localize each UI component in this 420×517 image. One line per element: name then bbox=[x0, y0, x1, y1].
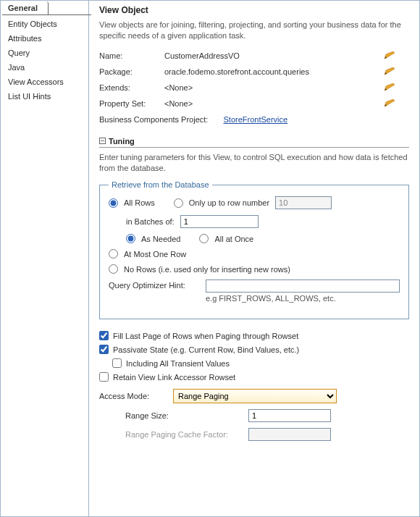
collapse-tuning-icon[interactable]: − bbox=[99, 138, 106, 144]
radio-all-at-once[interactable] bbox=[199, 234, 209, 243]
edit-propset-icon[interactable] bbox=[383, 99, 396, 108]
properties-grid: Name: CustomerAddressVO Package: oracle.… bbox=[99, 51, 409, 108]
tab-general[interactable]: General bbox=[2, 1, 49, 15]
fill-last-page-label: Fill Last Page of Rows when Paging throu… bbox=[113, 332, 298, 340]
optimizer-hint-label: Query Optimizer Hint: bbox=[109, 279, 200, 290]
only-up-to-input bbox=[275, 196, 332, 209]
bcp-link[interactable]: StoreFrontService bbox=[223, 115, 287, 124]
page-description: View objects are for joining, filtering,… bbox=[99, 20, 409, 41]
range-size-input[interactable] bbox=[248, 409, 331, 422]
in-batches-label: in Batches of: bbox=[126, 217, 175, 226]
range-cache-input bbox=[248, 428, 331, 441]
nav-item-attributes[interactable]: Attributes bbox=[1, 31, 88, 46]
only-up-to-label: Only up to row number bbox=[189, 198, 269, 207]
prop-name-value: CustomerAddressVO bbox=[164, 51, 309, 60]
retrieve-legend: Retrieve from the Database bbox=[109, 180, 212, 189]
passivate-state-label: Passivate State (e.g. Current Row, Bind … bbox=[113, 345, 299, 354]
nav-item-java[interactable]: Java bbox=[1, 60, 88, 75]
nav-item-query[interactable]: Query bbox=[1, 46, 88, 60]
prop-name-label: Name: bbox=[99, 51, 164, 60]
radio-all-rows[interactable] bbox=[109, 198, 118, 208]
nav-item-list-ui-hints[interactable]: List UI Hints bbox=[1, 89, 88, 104]
chk-fill-last-page[interactable] bbox=[99, 331, 109, 340]
range-cache-label: Range Paging Cache Factor: bbox=[125, 430, 244, 439]
tuning-title: Tuning bbox=[109, 137, 135, 146]
chk-passivate-state[interactable] bbox=[99, 345, 109, 354]
prop-extends-label: Extends: bbox=[99, 83, 164, 92]
radio-only-up-to[interactable] bbox=[174, 198, 183, 208]
chk-including-transient[interactable] bbox=[112, 358, 122, 368]
edit-name-icon[interactable] bbox=[383, 51, 396, 60]
access-mode-select[interactable]: Range Paging bbox=[173, 389, 337, 403]
optimizer-hint-input[interactable] bbox=[206, 279, 400, 293]
in-batches-input[interactable] bbox=[180, 215, 259, 228]
at-most-one-label: At Most One Row bbox=[124, 250, 186, 258]
including-transient-label: Including All Transient Values bbox=[126, 359, 230, 368]
radio-at-most-one[interactable] bbox=[109, 249, 118, 258]
all-rows-label: All Rows bbox=[124, 198, 155, 207]
tuning-description: Enter tuning parameters for this View, t… bbox=[99, 152, 409, 174]
prop-package-value: oracle.fodemo.storefront.account.queries bbox=[164, 67, 309, 76]
nav-list: Entity Objects Attributes Query Java Vie… bbox=[1, 15, 88, 104]
prop-propset-label: Property Set: bbox=[99, 99, 164, 108]
main-panel: View Object View objects are for joining… bbox=[89, 1, 419, 516]
no-rows-label: No Rows (i.e. used only for inserting ne… bbox=[124, 265, 290, 274]
edit-package-icon[interactable] bbox=[383, 67, 396, 76]
nav-item-view-accessors[interactable]: View Accessors bbox=[1, 75, 88, 89]
prop-package-label: Package: bbox=[99, 67, 164, 76]
radio-no-rows[interactable] bbox=[109, 264, 118, 274]
page-title: View Object bbox=[99, 5, 409, 15]
all-at-once-label: All at Once bbox=[214, 235, 253, 243]
nav-item-entity-objects[interactable]: Entity Objects bbox=[1, 17, 88, 31]
retain-vla-label: Retain View Link Accessor Rowset bbox=[113, 373, 235, 382]
side-nav: General Entity Objects Attributes Query … bbox=[1, 1, 89, 516]
retrieve-fieldset: Retrieve from the Database All Rows Only… bbox=[99, 180, 409, 319]
prop-extends-value: <None> bbox=[164, 83, 309, 92]
edit-extends-icon[interactable] bbox=[383, 83, 396, 92]
chk-retain-vla[interactable] bbox=[99, 372, 109, 382]
bcp-label: Business Components Project: bbox=[99, 115, 208, 124]
range-size-label: Range Size: bbox=[125, 411, 244, 420]
access-mode-label: Access Mode: bbox=[99, 392, 169, 400]
prop-propset-value: <None> bbox=[164, 99, 309, 108]
as-needed-label: As Needed bbox=[141, 235, 180, 243]
radio-as-needed[interactable] bbox=[126, 234, 135, 243]
optimizer-hint-example: e.g FIRST_ROWS, ALL_ROWS, etc. bbox=[206, 294, 400, 303]
